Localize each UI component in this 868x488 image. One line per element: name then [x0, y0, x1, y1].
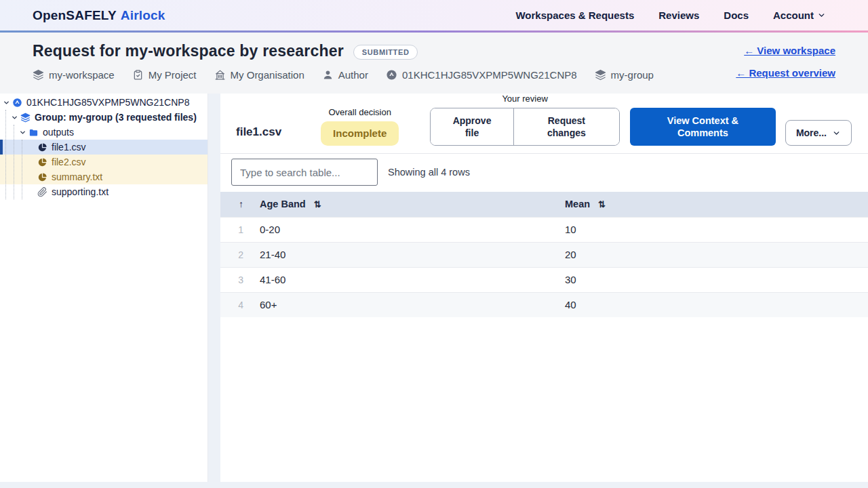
- tree-node-outputs-folder[interactable]: outputs: [0, 125, 208, 140]
- request-icon: [12, 98, 22, 108]
- age-band-cell: 21-40: [249, 242, 565, 267]
- file-title: file1.csv: [236, 125, 281, 139]
- tree-guide-line: [22, 140, 22, 199]
- organisation-icon: [214, 69, 226, 81]
- nav-items: Workspaces & Requests Reviews Docs Accou…: [515, 9, 826, 21]
- layers-icon: [595, 69, 606, 81]
- tree-node-label: file1.csv: [52, 142, 86, 152]
- table-row: 4 60+ 40: [220, 292, 868, 317]
- request-changes-button[interactable]: Request changes: [513, 108, 619, 145]
- tree-node-summary[interactable]: summary.txt: [0, 169, 208, 184]
- chevron-down-icon: [817, 11, 826, 20]
- top-navbar: OpenSAFELY Airlock Workspaces & Requests…: [0, 0, 868, 30]
- nav-label: Workspaces & Requests: [515, 9, 634, 21]
- paperclip-icon: [37, 187, 47, 197]
- pie-chart-icon: [37, 172, 47, 182]
- age-band-cell: 41-60: [249, 267, 565, 292]
- table-row: 2 21-40 20: [220, 242, 868, 267]
- approve-file-button[interactable]: Approve file: [431, 108, 513, 145]
- tree-node-supporting[interactable]: supporting.txt: [0, 184, 208, 199]
- decision-status-badge: Incomplete: [321, 121, 399, 146]
- row-number-sort-header[interactable]: ↑: [220, 192, 249, 217]
- mean-cell: 10: [565, 217, 868, 242]
- nav-reviews[interactable]: Reviews: [658, 9, 699, 21]
- brand-logo[interactable]: OpenSAFELY Airlock: [33, 8, 165, 23]
- sort-toggle-icon: ⇅: [598, 199, 606, 209]
- chevron-down-icon[interactable]: [3, 99, 10, 106]
- header-links: ← View workspace ← Request overview: [736, 45, 835, 79]
- nav-account-menu[interactable]: Account: [773, 9, 826, 21]
- request-meta: my-workspace My Project My Organisation …: [33, 69, 835, 81]
- request-overview-link[interactable]: ← Request overview: [736, 67, 835, 79]
- chevron-down-icon: [832, 129, 841, 138]
- nav-label: Docs: [724, 9, 749, 21]
- tree-node-file2[interactable]: file2.csv: [0, 155, 208, 169]
- overall-decision-label: Overall decision: [328, 107, 391, 117]
- layers-icon: [33, 69, 44, 81]
- chevron-down-icon[interactable]: [11, 114, 18, 121]
- meta-workspace: my-workspace: [33, 69, 115, 81]
- tree-node-group[interactable]: Group: my-group (3 requested files): [0, 110, 208, 125]
- tree-node-label: outputs: [43, 127, 74, 138]
- meta-label: Author: [338, 69, 368, 81]
- nav-workspaces-requests[interactable]: Workspaces & Requests: [515, 9, 634, 21]
- view-context-comments-button[interactable]: View Context & Comments: [630, 108, 776, 146]
- row-number-cell: 2: [220, 242, 249, 267]
- row-count-status: Showing all 4 rows: [388, 167, 470, 178]
- nav-label: Reviews: [658, 9, 699, 21]
- page-title: Request for my-workspace by researcher: [33, 42, 344, 60]
- meta-organisation: My Organisation: [214, 69, 304, 81]
- your-review-label: Your review: [502, 94, 547, 104]
- table-row: 3 41-60 30: [220, 267, 868, 292]
- layers-icon: [20, 113, 31, 123]
- column-label: Mean: [565, 199, 590, 209]
- mean-column-header[interactable]: Mean ⇅: [565, 192, 868, 217]
- column-label: Age Band: [260, 199, 306, 209]
- table-search-row: Showing all 4 rows: [220, 154, 868, 192]
- overall-decision-group: Overall decision Incomplete: [321, 107, 399, 146]
- tree-node-file1[interactable]: file1.csv: [0, 140, 208, 155]
- tree-node-label: 01KHC1HJG85VXPMP5WNG21CNP8: [26, 97, 189, 108]
- search-input[interactable]: [231, 159, 378, 186]
- meta-project: My Project: [132, 69, 197, 81]
- meta-label: 01KHC1HJG85VXPMP5WNG21CNP8: [402, 69, 577, 81]
- meta-label: My Organisation: [231, 69, 304, 81]
- meta-request-id: 01KHC1HJG85VXPMP5WNG21CNP8: [386, 69, 577, 81]
- tree-node-label: summary.txt: [52, 171, 102, 182]
- mean-cell: 40: [565, 292, 868, 317]
- more-label: More...: [796, 127, 827, 139]
- folder-icon: [28, 127, 39, 138]
- tree-guide-line: [14, 125, 14, 199]
- tree-guide-line: [5, 110, 6, 199]
- age-band-column-header[interactable]: Age Band ⇅: [249, 192, 565, 217]
- sort-ascending-icon: ↑: [239, 199, 243, 209]
- meta-author: Author: [322, 69, 368, 81]
- meta-group: my-group: [595, 69, 654, 81]
- row-number-cell: 1: [220, 217, 249, 242]
- brand-secondary: Airlock: [121, 8, 165, 23]
- brand-primary: OpenSAFELY: [33, 8, 117, 23]
- request-header: Request for my-workspace by researcher S…: [0, 33, 868, 94]
- table-header-row: ↑ Age Band ⇅ Mean ⇅: [220, 192, 868, 217]
- tree-node-label: supporting.txt: [52, 186, 108, 197]
- more-menu-button[interactable]: More...: [785, 120, 852, 146]
- chevron-down-icon[interactable]: [19, 129, 26, 136]
- your-review-group: Your review Approve file Request changes: [430, 94, 620, 146]
- mean-cell: 20: [565, 242, 868, 267]
- row-number-cell: 3: [220, 267, 249, 292]
- nav-docs[interactable]: Docs: [724, 9, 749, 21]
- file-tree: 01KHC1HJG85VXPMP5WNG21CNP8 Group: my-gro…: [0, 94, 208, 199]
- data-table: ↑ Age Band ⇅ Mean ⇅ 1 0-20 10 2 21-40: [220, 192, 868, 317]
- nav-label: Account: [773, 9, 814, 21]
- user-icon: [322, 69, 334, 81]
- file-header: file1.csv Overall decision Incomplete Yo…: [220, 94, 868, 154]
- table-row: 1 0-20 10: [220, 217, 868, 242]
- clipboard-icon: [132, 69, 144, 81]
- view-workspace-link[interactable]: ← View workspace: [744, 45, 835, 56]
- tree-node-request[interactable]: 01KHC1HJG85VXPMP5WNG21CNP8: [0, 95, 208, 110]
- tree-node-label: Group: my-group (3 requested files): [35, 112, 197, 123]
- file-review-panel: file1.csv Overall decision Incomplete Yo…: [220, 94, 868, 482]
- sort-toggle-icon: ⇅: [314, 199, 321, 209]
- pie-chart-icon: [37, 142, 47, 152]
- meta-label: My Project: [149, 69, 197, 81]
